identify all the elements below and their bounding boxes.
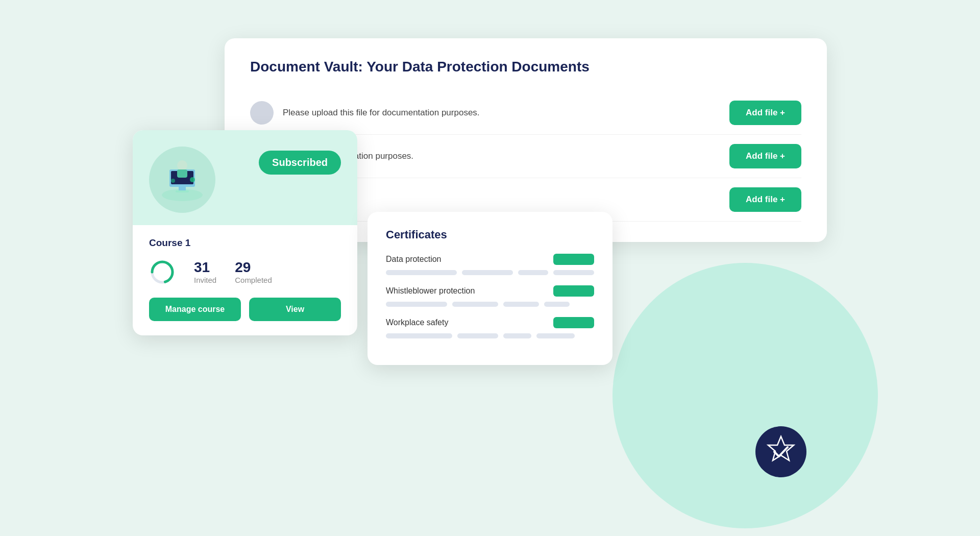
- cert-badge-1: [553, 285, 594, 297]
- cert-bar-2b: [457, 333, 498, 338]
- svg-rect-6: [177, 169, 187, 178]
- cert-item-0: Data protection: [386, 254, 594, 275]
- avatar-placeholder-1: [250, 101, 274, 125]
- svg-point-5: [177, 160, 187, 170]
- cert-name-0: Data protection: [386, 255, 442, 264]
- svg-rect-3: [179, 187, 186, 191]
- course-card-top: Subscribed: [133, 130, 357, 225]
- svg-marker-11: [768, 436, 794, 460]
- course-illustration-svg: [157, 154, 208, 205]
- upload-row-1: Please upload this file for documentatio…: [250, 91, 801, 135]
- add-file-btn-3[interactable]: Add file +: [729, 187, 801, 212]
- completed-label: Completed: [235, 276, 272, 284]
- doc-vault-title: Document Vault: Your Data Protection Doc…: [250, 59, 801, 75]
- manage-course-button[interactable]: Manage course: [149, 298, 241, 321]
- cert-name-1: Whistleblower protection: [386, 286, 475, 296]
- subscribed-badge: Subscribed: [259, 151, 341, 175]
- upload-text-1: Please upload this file for documentatio…: [283, 108, 480, 118]
- course-name: Course 1: [149, 237, 341, 249]
- completed-stat: 29 Completed: [235, 260, 272, 284]
- cert-item-2: Workplace safety: [386, 317, 594, 338]
- svg-point-8: [171, 179, 175, 183]
- progress-ring: [149, 259, 176, 285]
- add-file-btn-2[interactable]: Add file +: [729, 144, 801, 168]
- course-buttons: Manage course View: [149, 298, 341, 321]
- cert-bar-2a: [386, 333, 452, 338]
- cert-bar-1d: [544, 302, 570, 307]
- svg-rect-4: [176, 190, 189, 192]
- svg-point-7: [190, 177, 195, 182]
- invited-stat: 31 Invited: [194, 260, 216, 284]
- cert-badge-0: [553, 254, 594, 265]
- certificates-title: Certificates: [386, 228, 594, 241]
- badge-icon: [755, 426, 806, 477]
- certificates-card: Certificates Data protection Whistleblow…: [368, 212, 612, 365]
- cert-badge-2: [553, 317, 594, 328]
- add-file-btn-1[interactable]: Add file +: [729, 101, 801, 125]
- bg-decoration: [612, 263, 878, 528]
- cert-bar-2d: [536, 333, 575, 338]
- cert-bars-1: [386, 302, 594, 307]
- cert-bar-0b: [462, 270, 512, 275]
- view-button[interactable]: View: [249, 298, 341, 321]
- course-illustration: [149, 147, 215, 213]
- course-stats: 31 Invited 29 Completed: [149, 259, 341, 285]
- cert-bar-0a: [386, 270, 457, 275]
- invited-label: Invited: [194, 276, 216, 284]
- cert-bars-0: [386, 270, 594, 275]
- course-card-body: Course 1 31 Invited 29 Complet: [133, 225, 357, 335]
- cert-bar-2c: [503, 333, 531, 338]
- cert-name-2: Workplace safety: [386, 318, 448, 327]
- cert-bar-0d: [553, 270, 594, 275]
- cert-bar-1b: [452, 302, 498, 307]
- cert-bars-2: [386, 333, 594, 338]
- invited-count: 31: [194, 260, 216, 275]
- completed-count: 29: [235, 260, 272, 275]
- cert-item-1: Whistleblower protection: [386, 285, 594, 307]
- cert-bar-1c: [503, 302, 539, 307]
- badge-circle: [755, 426, 806, 477]
- course-card: Subscribed Course 1 31 Invited: [133, 130, 357, 335]
- cert-bar-0c: [518, 270, 549, 275]
- badge-svg: [763, 434, 799, 470]
- cert-bar-1a: [386, 302, 447, 307]
